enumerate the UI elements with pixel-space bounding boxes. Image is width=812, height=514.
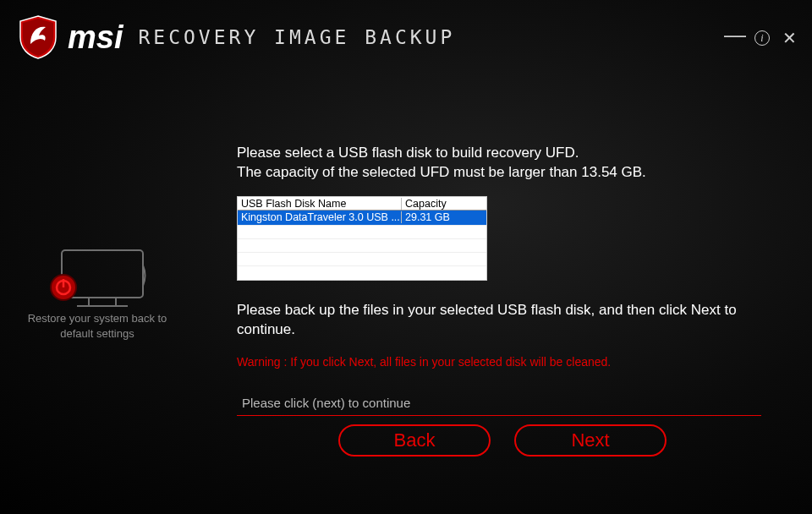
side-caption-panel: Restore your system back to default sett… [25,245,169,341]
button-row: Back Next [237,424,778,457]
table-header: USB Flash Disk Name Capacity [238,197,486,211]
cell-disk-capacity: 29.31 GB [402,211,486,223]
instruction-line2: The capacity of the selected UFD must be… [237,164,646,180]
table-row[interactable] [238,252,486,265]
warning-text: Warning : If you click Next, all files i… [237,355,778,369]
next-button[interactable]: Next [514,424,667,457]
app-title: RECOVERY IMAGE BACKUP [138,26,455,48]
instruction-line1: Please select a USB flash disk to build … [237,145,579,161]
table-row[interactable]: Kingston DataTraveler 3.0 USB ... 29.31 … [238,211,486,224]
table-row[interactable] [238,265,486,279]
table-row[interactable] [238,238,486,252]
title-bar: msi RECOVERY IMAGE BACKUP — i ✕ [0,12,812,63]
side-caption-text: Restore your system back to default sett… [25,311,169,341]
window-controls: — i ✕ [727,30,797,46]
msi-shield-logo-icon [19,15,58,59]
backup-instruction-text: Please back up the files in your selecte… [237,301,778,340]
step-hint-text: Please click (next) to continue [237,396,761,416]
cell-disk-name: Kingston DataTraveler 3.0 USB ... [238,211,402,223]
table-row[interactable] [238,225,486,238]
instruction-text: Please select a USB flash disk to build … [237,144,778,183]
main-panel: Please select a USB flash disk to build … [237,144,778,457]
close-button[interactable]: ✕ [782,30,797,46]
col-header-capacity: Capacity [402,198,486,210]
back-button[interactable]: Back [338,424,491,457]
col-header-name: USB Flash Disk Name [238,198,402,210]
brand-text: msi [68,19,123,56]
restore-monitor-icon [25,245,169,304]
usb-disk-table[interactable]: USB Flash Disk Name Capacity Kingston Da… [237,196,487,281]
minimize-button[interactable]: — [727,27,743,42]
info-icon[interactable]: i [754,30,770,46]
